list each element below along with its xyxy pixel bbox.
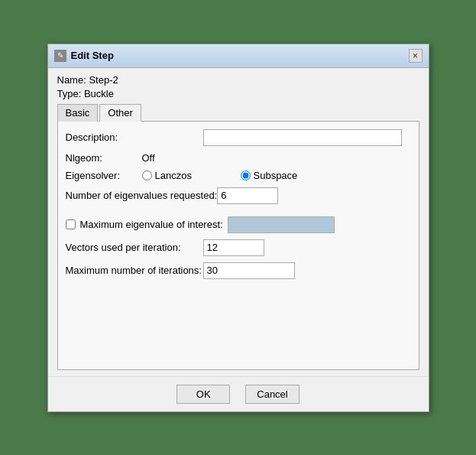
title-bar: ✎ Edit Step ×	[48, 44, 429, 68]
name-label: Name:	[57, 74, 86, 86]
max-iterations-input[interactable]	[203, 262, 295, 279]
nlgeom-row: Nlgeom: Off	[66, 152, 411, 164]
type-row: Type: Buckle	[57, 88, 419, 99]
eigensolver-options: Lanczos Subspace	[142, 170, 330, 181]
dialog-title: Edit Step	[71, 50, 114, 61]
close-button[interactable]: ×	[409, 49, 423, 63]
tab-basic[interactable]: Basic	[57, 104, 99, 122]
nlgeom-label: Nlgeom:	[66, 152, 142, 164]
button-row: OK Cancel	[48, 376, 429, 411]
subspace-radio[interactable]	[241, 171, 251, 180]
type-value: Buckle	[84, 88, 114, 99]
subspace-option[interactable]: Subspace	[241, 170, 330, 181]
max-eigenvalue-row: Maximum eigenvalue of interest:	[66, 216, 411, 233]
vectors-label: Vectors used per iteration:	[66, 242, 203, 253]
ok-button[interactable]: OK	[176, 385, 230, 404]
lanczos-option[interactable]: Lanczos	[142, 170, 232, 181]
lanczos-label: Lanczos	[155, 170, 232, 181]
name-row: Name: Step-2	[57, 74, 419, 86]
subspace-label: Subspace	[254, 170, 330, 181]
max-iterations-label: Maximum number of iterations:	[66, 265, 203, 276]
max-iterations-row: Maximum number of iterations:	[66, 262, 411, 279]
edit-step-dialog: ✎ Edit Step × Name: Step-2 Type: Buckle …	[47, 44, 429, 412]
description-row: Description:	[66, 129, 411, 146]
tab-bar: Basic Other	[57, 104, 419, 122]
type-label: Type:	[57, 88, 82, 99]
eigensolver-label: Eigensolver:	[66, 170, 142, 181]
max-eigenvalue-checkbox[interactable]	[66, 219, 76, 229]
tab-other[interactable]: Other	[99, 104, 141, 122]
lanczos-radio[interactable]	[142, 171, 152, 180]
dialog-icon: ✎	[54, 50, 66, 62]
vectors-input[interactable]	[203, 239, 264, 256]
tab-content-other: Description: Nlgeom: Off Eigensolver: La…	[57, 122, 419, 370]
eigenvalues-input[interactable]	[217, 187, 278, 204]
max-eigenvalue-label: Maximum eigenvalue of interest:	[80, 219, 223, 230]
nlgeom-value: Off	[142, 152, 155, 164]
name-value: Step-2	[89, 74, 118, 86]
max-eigenvalue-input[interactable]	[228, 216, 335, 233]
eigenvalues-label: Number of eigenvalues requested:	[66, 190, 218, 201]
description-label: Description:	[66, 132, 203, 143]
dialog-body: Name: Step-2 Type: Buckle Basic Other De…	[48, 68, 429, 376]
eigensolver-row: Eigensolver: Lanczos Subspace	[66, 170, 411, 181]
description-input[interactable]	[203, 129, 402, 146]
cancel-button[interactable]: Cancel	[245, 385, 299, 404]
vectors-row: Vectors used per iteration:	[66, 239, 411, 256]
eigenvalues-row: Number of eigenvalues requested:	[66, 187, 411, 204]
